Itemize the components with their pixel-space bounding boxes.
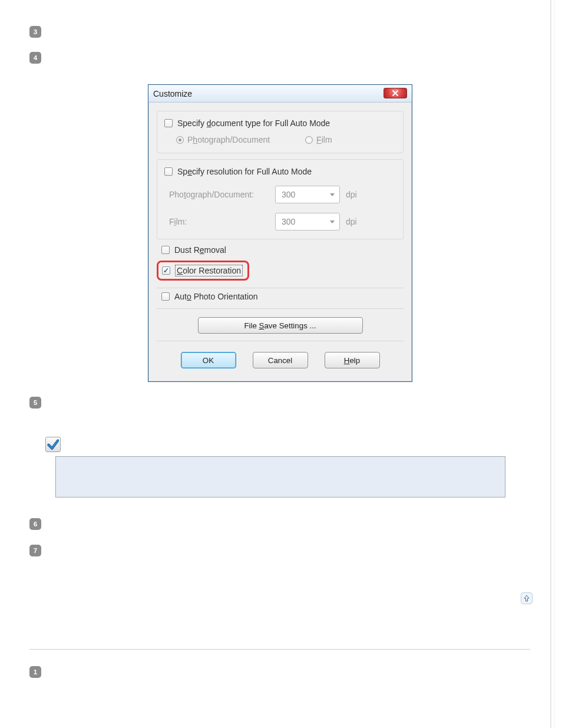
specify-doc-type-checkbox[interactable]	[164, 119, 173, 127]
chevron-down-icon	[330, 220, 335, 223]
cancel-button[interactable]: Cancel	[253, 352, 308, 368]
res-film-label: Film:	[169, 217, 275, 226]
chevron-down-icon	[330, 193, 335, 196]
close-icon	[392, 90, 399, 97]
step-badge-6: 6	[29, 518, 41, 530]
radio-photograph-document[interactable]	[176, 136, 184, 144]
resolution-group: Specify resolution for Full Auto Mode Ph…	[157, 159, 404, 239]
doc-type-group: Specify document type for Full Auto Mode…	[157, 111, 404, 153]
auto-photo-orientation-label: Auto Photo Orientation	[174, 292, 258, 301]
divider	[157, 341, 404, 341]
ok-button[interactable]: OK	[181, 352, 236, 368]
res-photo-value: 300	[282, 190, 295, 199]
divider	[157, 288, 404, 288]
dialog-title: Customize	[153, 89, 192, 98]
page-right-edge	[550, 0, 551, 728]
help-button[interactable]: Help	[325, 352, 380, 368]
specify-doc-type-label: Specify document type for Full Auto Mode	[177, 118, 330, 128]
res-film-unit: dpi	[346, 217, 357, 226]
divider	[157, 308, 404, 309]
color-restoration-label: Color Restoration	[175, 265, 243, 276]
back-to-top-button[interactable]	[521, 592, 533, 604]
step-badge-1: 1	[29, 666, 41, 678]
step-badge-4: 4	[29, 52, 41, 64]
step-badge-5: 5	[29, 397, 41, 409]
section-divider	[29, 649, 530, 650]
color-restoration-checkbox[interactable]	[162, 266, 170, 275]
res-film-value: 300	[282, 217, 295, 226]
close-button[interactable]	[384, 88, 407, 98]
titlebar: Customize	[148, 85, 412, 103]
radio-film-label: Film	[316, 135, 332, 144]
color-restoration-highlight: Color Restoration	[157, 261, 249, 281]
page-right-edge-2	[554, 0, 555, 728]
step-badge-7: 7	[29, 545, 41, 556]
file-save-settings-button[interactable]: File Save Settings ...	[198, 317, 363, 334]
customize-dialog: Customize Specify document type for Full…	[148, 84, 412, 382]
radio-film[interactable]	[305, 136, 313, 144]
res-photo-combo[interactable]: 300	[275, 186, 340, 203]
res-film-combo[interactable]: 300	[275, 213, 340, 230]
dust-removal-label: Dust Removal	[174, 245, 226, 255]
specify-resolution-label: Specify resolution for Full Auto Mode	[177, 167, 312, 176]
note-box	[55, 456, 505, 498]
check-icon	[45, 437, 61, 452]
res-photo-label: Photograph/Document:	[169, 190, 275, 199]
step-badge-3: 3	[29, 26, 41, 38]
radio-photograph-document-label: Photograph/Document	[187, 135, 270, 144]
specify-resolution-checkbox[interactable]	[164, 167, 173, 176]
dialog-body: Specify document type for Full Auto Mode…	[148, 103, 412, 381]
auto-photo-orientation-checkbox[interactable]	[161, 292, 170, 301]
res-photo-unit: dpi	[346, 190, 357, 199]
arrow-up-icon	[524, 595, 530, 602]
dust-removal-checkbox[interactable]	[161, 246, 170, 254]
